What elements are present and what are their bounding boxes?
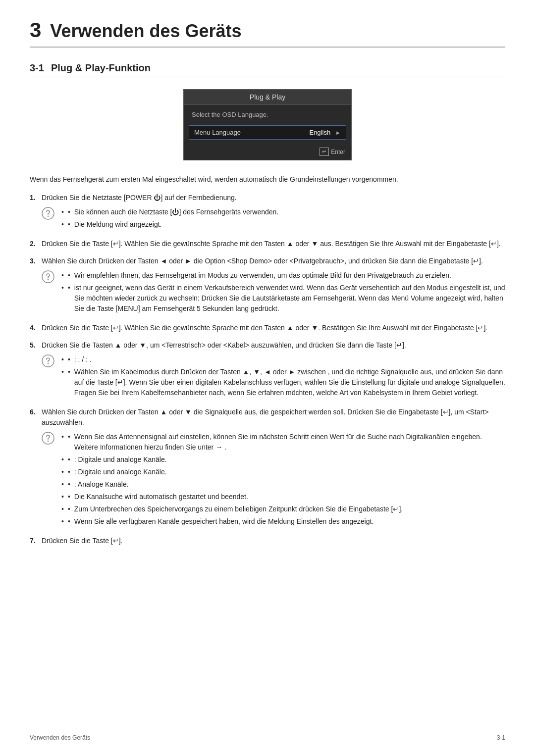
step-number: 7.	[30, 536, 39, 546]
section-title: Plug & Play-Funktion	[51, 62, 151, 74]
step-text: Drücken Sie die Netztaste [POWER ⏻] auf …	[42, 193, 505, 203]
note-bullet: •Zum Unterbrechen des Speichervorgangs z…	[61, 504, 505, 514]
note-bullet: •Die Kanalsuche wird automatisch gestart…	[61, 492, 505, 502]
bullet-text: : Analoge Kanäle.	[74, 479, 129, 490]
step-line: 1.Drücken Sie die Netztaste [POWER ⏻] au…	[30, 193, 505, 203]
step-number: 1.	[30, 193, 39, 203]
step-text: Drücken Sie die Taste [↵].	[42, 536, 505, 546]
note-bullet: •: Digitale und analoge Kanäle.	[61, 467, 505, 477]
bullet-dot: •	[68, 467, 70, 477]
step-line: 2.Drücken Sie die Taste [↵]. Wählen Sie …	[30, 239, 505, 249]
bullet-dot: •	[68, 207, 70, 217]
bullet-dot: •	[68, 367, 70, 398]
step-line: 4.Drücken Sie die Taste [↵]. Wählen Sie …	[30, 323, 505, 333]
note-content: •Wir empfehlen Ihnen, das Fernsehgerät i…	[61, 270, 505, 316]
step-5: 5.Drücken Sie die Tasten ▲ oder ▼, um <T…	[30, 340, 505, 400]
note-content: •: . / : .•Wählen Sie im Kabelmodus durc…	[61, 354, 505, 400]
step-text: Drücken Sie die Taste [↵]. Wählen Sie di…	[42, 239, 505, 249]
bullet-text: Zum Unterbrechen des Speichervorgangs zu…	[74, 504, 403, 514]
enter-icon: ↵	[320, 148, 329, 156]
section-header: 3-1 Plug & Play-Funktion	[30, 62, 505, 77]
bullet-text: ist nur geeignet, wenn das Gerät in eine…	[74, 283, 505, 314]
osd-menu-row: Menu Language English ►	[189, 125, 346, 140]
bullet-dot: •	[68, 432, 70, 453]
step-3: 3.Wählen Sie durch Drücken der Tasten ◄ …	[30, 256, 505, 316]
svg-point-7	[48, 441, 49, 442]
step-text: Drücken Sie die Tasten ▲ oder ▼, um <Ter…	[42, 340, 505, 351]
step-2: 2.Drücken Sie die Taste [↵]. Wählen Sie …	[30, 239, 505, 249]
bullet-dot: •	[68, 516, 70, 527]
osd-subtitle: Select the OSD Language.	[184, 105, 351, 123]
note-bullet: • ist nur geeignet, wenn das Gerät in ei…	[61, 283, 505, 314]
note-icon	[42, 207, 54, 221]
osd-arrow-icon: ►	[335, 130, 341, 136]
osd-menu-label: Menu Language	[194, 129, 309, 136]
step-6: 6.Wählen Sie durch Drücken der Tasten ▲ …	[30, 407, 505, 529]
intro-text: Wenn das Fernsehgerät zum ersten Mal ein…	[30, 174, 505, 185]
note-bullet: •Wählen Sie im Kabelmodus durch Drücken …	[61, 367, 505, 398]
step-text: Wählen Sie durch Drücken der Tasten ◄ od…	[42, 256, 505, 266]
footer-left: Verwenden des Geräts	[30, 734, 90, 741]
osd-menu-value: English	[309, 129, 330, 136]
chapter-header: 3 Verwenden des Geräts	[30, 20, 505, 48]
note-icon	[42, 354, 54, 369]
svg-point-5	[48, 363, 49, 364]
osd-enter-label: Enter	[331, 149, 345, 155]
osd-title: Plug & Play	[250, 93, 285, 101]
note-bullet: •: Digitale und analoge Kanäle.	[61, 454, 505, 465]
chapter-title: Verwenden des Geräts	[50, 21, 241, 42]
bullet-text: Wenn Sie alle verfügbaren Kanäle gespeic…	[74, 516, 374, 527]
step-text: Wählen Sie durch Drücken der Tasten ▲ od…	[42, 407, 505, 428]
svg-point-1	[48, 216, 49, 217]
bullet-text: : Digitale und analoge Kanäle.	[74, 454, 167, 465]
note-icon	[42, 270, 54, 285]
note-bullet: •: Analoge Kanäle.	[61, 479, 505, 490]
footer-right: 3-1	[497, 734, 505, 741]
step-line: 7.Drücken Sie die Taste [↵].	[30, 536, 505, 546]
section-number: 3-1	[30, 62, 44, 74]
note-icon	[42, 432, 54, 446]
osd-dialog: Plug & Play Select the OSD Language. Men…	[183, 89, 352, 160]
bullet-dot: •	[68, 283, 70, 314]
bullet-text: : Digitale und analoge Kanäle.	[74, 467, 167, 477]
note-bullet: •Wenn Sie das Antennensignal auf einstel…	[61, 432, 505, 453]
note-bullet: •Sie können auch die Netztaste [⏻] des F…	[61, 207, 505, 217]
bullet-dot: •	[68, 354, 70, 365]
step-7: 7.Drücken Sie die Taste [↵].	[30, 536, 505, 546]
step-1: 1.Drücken Sie die Netztaste [POWER ⏻] au…	[30, 193, 505, 232]
step-number: 5.	[30, 340, 39, 351]
page-footer: Verwenden des Geräts 3-1	[30, 731, 505, 741]
bullet-dot: •	[68, 454, 70, 465]
bullet-text: Wir empfehlen Ihnen, das Fernsehgerät im…	[74, 270, 451, 281]
step-number: 3.	[30, 256, 39, 266]
steps-container: 1.Drücken Sie die Netztaste [POWER ⏻] au…	[30, 193, 505, 546]
bullet-dot: •	[68, 270, 70, 281]
step-line: 3.Wählen Sie durch Drücken der Tasten ◄ …	[30, 256, 505, 266]
note-block: •: . / : .•Wählen Sie im Kabelmodus durc…	[42, 354, 505, 400]
note-bullet: •Wenn Sie alle verfügbaren Kanäle gespei…	[61, 516, 505, 527]
note-block: •Sie können auch die Netztaste [⏻] des F…	[42, 207, 505, 232]
chapter-number: 3	[30, 20, 41, 41]
step-number: 4.	[30, 323, 39, 333]
bullet-dot: •	[68, 219, 70, 230]
bullet-dot: •	[68, 479, 70, 490]
bullet-dot: •	[68, 492, 70, 502]
note-content: •Wenn Sie das Antennensignal auf einstel…	[61, 432, 505, 529]
svg-point-3	[48, 279, 49, 280]
note-bullet: •Wir empfehlen Ihnen, das Fernsehgerät i…	[61, 270, 505, 281]
note-block: •Wenn Sie das Antennensignal auf einstel…	[42, 432, 505, 529]
note-bullet: •Die Meldung wird angezeigt.	[61, 219, 505, 230]
step-number: 2.	[30, 239, 39, 249]
bullet-text: Wählen Sie im Kabelmodus durch Drücken d…	[74, 367, 505, 398]
note-bullet: •: . / : .	[61, 354, 505, 365]
note-block: •Wir empfehlen Ihnen, das Fernsehgerät i…	[42, 270, 505, 316]
note-content: •Sie können auch die Netztaste [⏻] des F…	[61, 207, 505, 232]
bullet-dot: •	[68, 504, 70, 514]
bullet-text: Die Kanalsuche wird automatisch gestarte…	[74, 492, 248, 502]
bullet-text: : . / : .	[74, 354, 92, 365]
step-line: 5.Drücken Sie die Tasten ▲ oder ▼, um <T…	[30, 340, 505, 351]
osd-footer: ↵ Enter	[184, 145, 351, 160]
bullet-text: Die Meldung wird angezeigt.	[74, 219, 162, 230]
step-number: 6.	[30, 407, 39, 428]
step-line: 6.Wählen Sie durch Drücken der Tasten ▲ …	[30, 407, 505, 428]
